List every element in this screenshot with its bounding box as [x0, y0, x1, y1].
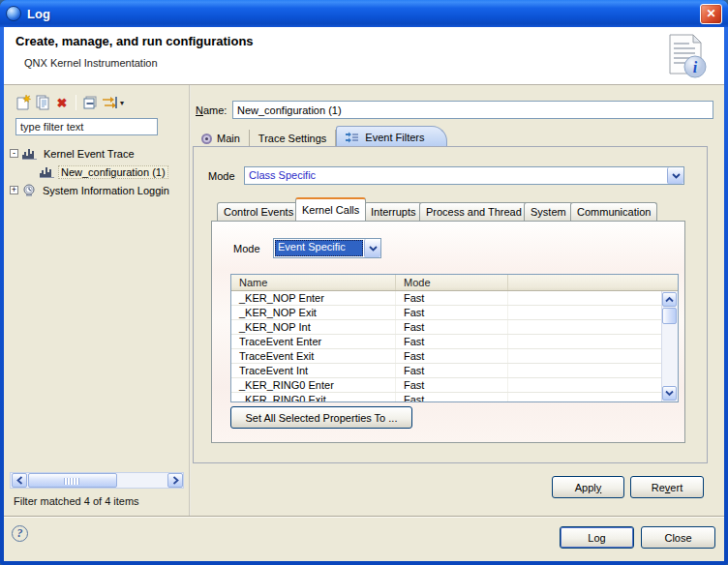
mode-combobox[interactable]: Class Specific [244, 166, 684, 185]
close-button[interactable]: Close [641, 526, 715, 549]
filter-dropdown-caret-icon[interactable]: ▾ [120, 99, 124, 107]
log-button[interactable]: Log [560, 526, 634, 549]
table-row[interactable]: _KER_NOP IntFast [231, 320, 661, 335]
filter-text-input[interactable] [15, 118, 158, 135]
configuration-tabs: Main Trace Settings Event Filters [193, 126, 447, 147]
table-row[interactable]: _KER_RING0 ExitFast [231, 393, 661, 401]
kernel-event-trace-icon [40, 166, 54, 178]
new-configuration-icon [15, 95, 31, 110]
tree-item-kernel-event-trace[interactable]: - Kernel Event Trace [10, 144, 187, 163]
revert-button[interactable]: Revert [630, 476, 704, 498]
scroll-left-icon [16, 476, 23, 485]
tab-label: Main [217, 133, 240, 144]
dialog-title: Create, manage, and run configurations [15, 34, 254, 48]
subtab-kernel-calls[interactable]: Kernel Calls [295, 197, 366, 221]
window-icon [6, 6, 21, 21]
duplicate-configuration-button[interactable] [33, 94, 52, 111]
column-header-empty[interactable] [508, 275, 678, 290]
configuration-name-input[interactable] [232, 101, 713, 119]
tree-item-new-configuration[interactable]: New_configuration (1) [10, 163, 187, 181]
scroll-down-button[interactable] [662, 386, 677, 401]
kernel-mode-combobox[interactable]: Event Specific [273, 238, 381, 258]
configurations-tree: - Kernel Event Trace New_configuration (… [10, 144, 187, 199]
filter-icon [102, 95, 118, 110]
expand-expander-icon[interactable]: + [10, 186, 18, 194]
event-filters-tab-icon [346, 132, 360, 143]
duplicate-icon [35, 95, 50, 110]
dialog-subtitle: QNX Kernel Instrumentation [24, 57, 158, 69]
subtab-interrupts[interactable]: Interrupts [364, 202, 422, 221]
delete-configuration-button[interactable]: ✖ [52, 94, 72, 111]
document-info-icon: i [662, 32, 711, 80]
log-dialog: Log ✕ Create, manage, and run configurat… [0, 0, 728, 565]
filter-configurations-button[interactable] [100, 94, 119, 111]
scroll-right-icon [172, 476, 179, 485]
table-row[interactable]: _KER_RING0 EnterFast [231, 378, 661, 393]
chevron-down-icon [369, 246, 378, 252]
system-information-icon [22, 184, 36, 196]
scroll-up-icon [665, 296, 674, 303]
collapse-all-icon [82, 95, 98, 110]
collapse-all-button[interactable] [80, 94, 100, 111]
mode-combobox-value[interactable]: Class Specific [245, 167, 667, 184]
table-vertical-scrollbar[interactable] [661, 291, 678, 401]
toolbar-separator [76, 95, 76, 110]
scrollbar-thumb[interactable] [662, 308, 677, 324]
column-header-mode[interactable]: Mode [396, 275, 508, 290]
footer: ? Log Close [4, 518, 724, 561]
subtab-control-events[interactable]: Control Events [217, 202, 300, 221]
scrollbar-thumb[interactable] [28, 473, 117, 488]
mode-label: Mode [208, 170, 235, 182]
table-row[interactable]: _KER_NOP EnterFast [231, 291, 661, 306]
help-icon: ? [17, 526, 23, 541]
window-close-button[interactable]: ✕ [700, 4, 722, 24]
table-row[interactable]: TraceEvent ExitFast [231, 349, 661, 364]
panel-sash[interactable] [189, 85, 191, 516]
tree-item-system-information-logging[interactable]: + System Information Loggin [10, 181, 187, 199]
tree-item-label[interactable]: Kernel Event Trace [41, 147, 137, 161]
set-all-selected-properties-button[interactable]: Set All Selected Properties To ... [230, 406, 412, 429]
scroll-left-button[interactable] [12, 473, 27, 488]
collapse-expander-icon[interactable]: - [10, 149, 18, 158]
main-tab-icon [201, 134, 212, 144]
apply-button[interactable]: Apply [552, 476, 624, 498]
combo-dropdown-button[interactable] [364, 239, 380, 257]
subtab-communication[interactable]: Communication [570, 202, 657, 221]
titlebar[interactable]: Log ✕ [0, 0, 728, 27]
tab-trace-settings[interactable]: Trace Settings [250, 130, 337, 147]
dialog-content: Create, manage, and run configurations Q… [4, 27, 724, 561]
table-row[interactable]: TraceEvent EnterFast [231, 335, 661, 349]
kernel-calls-panel: Mode Event Specific Name Mode _KER_NOP E… [211, 221, 685, 443]
table-row[interactable]: _KER_NOP ExitFast [231, 306, 661, 320]
tree-item-label[interactable]: New_configuration (1) [58, 165, 168, 179]
dialog-header: Create, manage, and run configurations Q… [4, 27, 724, 85]
svg-text:i: i [693, 59, 698, 75]
table-header: Name Mode [231, 275, 678, 291]
kernel-mode-label: Mode [233, 243, 260, 254]
window-title: Log [27, 7, 700, 21]
tab-label: Trace Settings [258, 133, 327, 144]
table-row[interactable]: TraceEvent IntFast [231, 364, 661, 378]
filter-match-status: Filter matched 4 of 4 items [14, 495, 139, 507]
chevron-down-icon [672, 173, 681, 179]
column-header-name[interactable]: Name [231, 275, 396, 290]
scroll-up-button[interactable] [662, 292, 677, 307]
subtab-process-and-thread[interactable]: Process and Thread [419, 202, 529, 221]
delete-icon: ✖ [57, 97, 68, 109]
scroll-right-button[interactable] [167, 473, 183, 488]
kernel-mode-combobox-value[interactable]: Event Specific [275, 240, 363, 256]
new-configuration-button[interactable] [14, 94, 33, 111]
configurations-toolbar: ✖ [14, 93, 124, 112]
kernel-calls-table: Name Mode _KER_NOP EnterFast _KER_NOP Ex… [230, 274, 679, 402]
tab-event-filters[interactable]: Event Filters [336, 126, 446, 147]
configurations-panel: ✖ [8, 85, 189, 516]
tab-main[interactable]: Main [193, 130, 250, 147]
close-icon: ✕ [706, 7, 715, 20]
tree-item-label[interactable]: System Information Loggin [40, 184, 172, 197]
tab-label: Event Filters [365, 132, 424, 143]
tree-horizontal-scrollbar[interactable] [10, 472, 184, 489]
help-button[interactable]: ? [12, 525, 28, 542]
subtab-system[interactable]: System [524, 202, 573, 221]
combo-dropdown-button[interactable] [667, 167, 683, 184]
table-body: _KER_NOP EnterFast _KER_NOP ExitFast _KE… [231, 291, 661, 401]
